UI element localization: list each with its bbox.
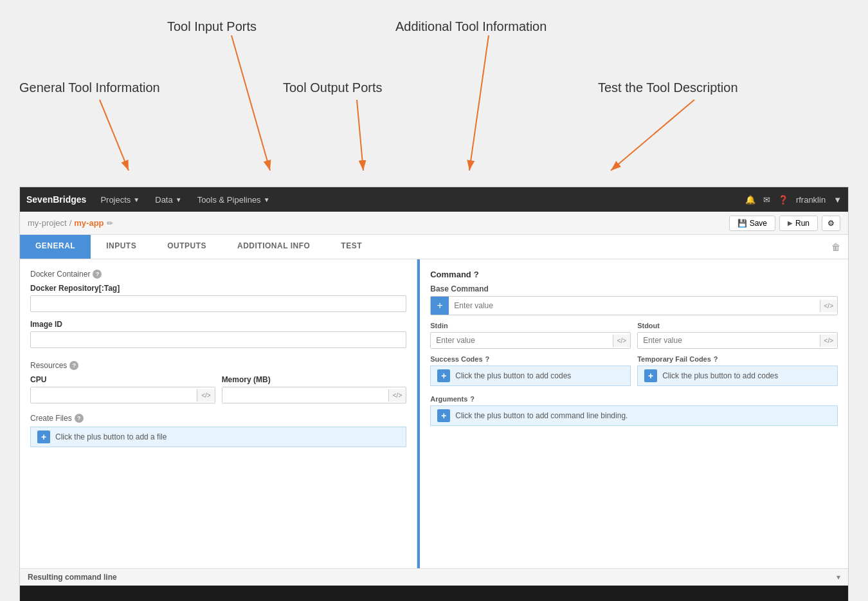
command-section: Command ?: [430, 270, 838, 279]
success-codes-hint: Click the plus button to add codes: [455, 371, 571, 380]
bell-icon[interactable]: 🔔: [745, 195, 755, 205]
nav-projects[interactable]: Projects ▼: [96, 187, 143, 212]
success-codes-add-button[interactable]: +: [437, 369, 450, 382]
cpu-input-row: 1 </>: [30, 387, 215, 403]
arguments-help-icon[interactable]: ?: [470, 395, 475, 403]
memory-input-row: 1000 </>: [222, 387, 407, 403]
stdin-input-row: </>: [430, 332, 631, 349]
toolbar-buttons: 💾 Save ▶ Run ⚙: [729, 216, 840, 231]
user-caret-icon: ▼: [833, 195, 842, 205]
tab-inputs[interactable]: INPUTS: [91, 235, 152, 259]
cpu-input[interactable]: 1: [31, 387, 197, 403]
add-file-button[interactable]: +: [37, 430, 50, 443]
result-bar[interactable]: Resulting command line ▾: [20, 568, 848, 586]
command-help-icon[interactable]: ?: [474, 270, 479, 279]
stdin-stdout-section: Stdin </> Stdout </>: [430, 322, 838, 349]
stdin-label: Stdin: [430, 322, 631, 329]
memory-code-btn[interactable]: </>: [388, 389, 406, 402]
result-chevron-icon: ▾: [836, 573, 840, 582]
docker-repo-label: Docker Repository[:Tag]: [30, 284, 406, 293]
result-label: Resulting command line: [28, 573, 117, 582]
play-icon: ▶: [788, 219, 793, 227]
stdin-input[interactable]: [431, 333, 612, 348]
base-command-input[interactable]: [449, 298, 819, 313]
settings-button[interactable]: ⚙: [822, 216, 840, 231]
edit-icon[interactable]: ✏: [107, 219, 113, 228]
docker-repo-input[interactable]: [30, 295, 406, 312]
tab-outputs[interactable]: OUTPUTS: [152, 235, 222, 259]
base-command-label: Base Command: [430, 284, 838, 293]
annotation-general-tool-info: General Tool Information: [19, 80, 160, 95]
create-files-help-icon[interactable]: ?: [75, 414, 84, 423]
breadcrumb-app[interactable]: my-app: [74, 218, 104, 228]
content-area: Docker Container ? Docker Repository[:Ta…: [20, 259, 848, 568]
arguments-hint: Click the plus button to add command lin…: [455, 411, 628, 420]
codes-section: Success Codes ? + Click the plus button …: [430, 355, 838, 386]
gear-icon: ⚙: [827, 219, 835, 228]
breadcrumb-separator: /: [69, 218, 72, 228]
image-id-label: Image ID: [30, 320, 406, 329]
annotation-test-tool-desc: Test the Tool Description: [598, 80, 738, 95]
projects-caret-icon: ▼: [133, 196, 140, 203]
run-button[interactable]: ▶ Run: [779, 216, 818, 231]
nav-right: 🔔 ✉ ❓ rfranklin ▼: [745, 195, 842, 205]
user-menu[interactable]: rfranklin: [796, 195, 826, 205]
base-command-add-button[interactable]: +: [431, 297, 449, 315]
annotation-additional-tool-info: Additional Tool Information: [395, 19, 547, 34]
resources-help-icon[interactable]: ?: [69, 361, 78, 370]
breadcrumb-bar: my-project / my-app ✏ 💾 Save ▶ Run ⚙: [20, 212, 848, 235]
cpu-section: CPU 1 </>: [30, 375, 215, 403]
stdout-input-row: </>: [637, 332, 838, 349]
breadcrumb-project[interactable]: my-project: [28, 218, 67, 228]
temp-fail-codes-hint: Click the plus button to add codes: [662, 371, 778, 380]
trash-icon[interactable]: 🗑: [824, 237, 848, 257]
svg-line-1: [231, 35, 270, 171]
cpu-label: CPU: [30, 375, 215, 384]
annotations-area: Tool Input Ports Additional Tool Informa…: [0, 0, 868, 187]
svg-line-3: [100, 100, 129, 171]
temp-fail-codes-add-button[interactable]: +: [644, 369, 657, 382]
nav-tools-pipelines[interactable]: Tools & Pipelines ▼: [194, 187, 274, 212]
memory-input[interactable]: 1000: [222, 387, 388, 403]
tab-test[interactable]: TEST: [325, 235, 377, 259]
success-codes-add-row: + Click the plus button to add codes: [430, 365, 631, 386]
svg-line-2: [469, 35, 489, 171]
tab-general[interactable]: GENERAL: [20, 235, 91, 259]
success-codes-label: Success Codes ?: [430, 355, 631, 363]
temp-fail-codes-section: Temporary Fail Codes ? + Click the plus …: [637, 355, 838, 386]
image-id-input[interactable]: [30, 331, 406, 348]
save-button[interactable]: 💾 Save: [729, 216, 775, 231]
tools-caret-icon: ▼: [264, 196, 270, 203]
stdout-code-btn[interactable]: </>: [820, 335, 837, 347]
cpu-code-btn[interactable]: </>: [197, 389, 214, 402]
docker-container-section: Docker Container ?: [30, 270, 406, 279]
stdout-input[interactable]: [638, 333, 819, 348]
resources-section: Resources ?: [30, 361, 406, 370]
stdout-label: Stdout: [637, 322, 838, 329]
tabs-bar: GENERAL INPUTS OUTPUTS ADDITIONAL INFO T…: [20, 235, 848, 259]
success-codes-help-icon[interactable]: ?: [485, 355, 490, 363]
svg-line-4: [357, 100, 363, 171]
base-command-code-btn[interactable]: </>: [820, 300, 837, 312]
help-icon[interactable]: ❓: [778, 195, 788, 205]
arguments-label: Arguments ?: [430, 395, 838, 403]
stdout-section: Stdout </>: [637, 322, 838, 349]
docker-container-help-icon[interactable]: ?: [93, 270, 102, 279]
nav-data[interactable]: Data ▼: [151, 187, 185, 212]
email-icon[interactable]: ✉: [763, 195, 770, 205]
result-terminal: Copy: [20, 586, 848, 601]
create-files-section: Create Files ?: [30, 414, 406, 423]
add-file-row: + Click the plus button to add a file: [30, 427, 406, 447]
temp-fail-codes-help-icon[interactable]: ?: [714, 355, 718, 363]
data-caret-icon: ▼: [176, 196, 182, 203]
annotation-tool-output-ports: Tool Output Ports: [283, 80, 383, 95]
success-codes-section: Success Codes ? + Click the plus button …: [430, 355, 631, 386]
tab-additional-info[interactable]: ADDITIONAL INFO: [222, 235, 325, 259]
arguments-add-button[interactable]: +: [437, 409, 450, 422]
base-command-row: + </>: [430, 296, 838, 315]
arguments-add-row: + Click the plus button to add command l…: [430, 405, 838, 426]
top-nav: SevenBridges Projects ▼ Data ▼ Tools & P…: [20, 187, 848, 212]
temp-fail-codes-label: Temporary Fail Codes ?: [637, 355, 838, 363]
stdin-code-btn[interactable]: </>: [613, 335, 630, 347]
svg-line-5: [611, 100, 694, 171]
